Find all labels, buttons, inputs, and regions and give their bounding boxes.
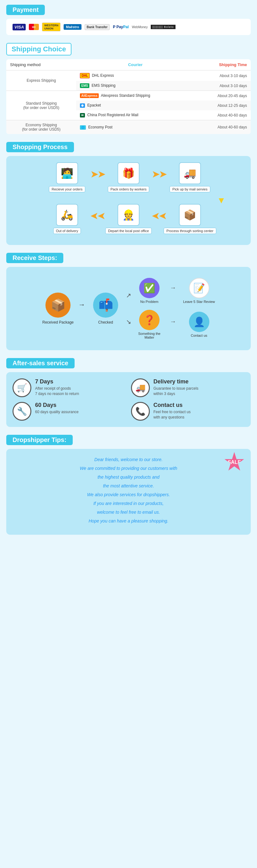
aliexpress-logo: AliExpress [80, 93, 99, 98]
after-sales-delivery: 🚚 Delivery time Guarantee to issue parce… [131, 378, 245, 397]
payment-title: Payment [6, 5, 45, 15]
after-sales-grid: 🛒 7 Days After receipt of goods 7 days n… [12, 378, 245, 421]
time-chinapost: About 40-60 days [194, 110, 251, 120]
7days-text: 7 Days After receipt of goods 7 days no … [35, 378, 79, 397]
courier-ems: EMS EMS Shipping [76, 81, 194, 91]
contact-us-text: Contact us Feel free to contact us with … [153, 402, 191, 420]
dropshipper-line-4: the most attentive service. [16, 482, 241, 490]
maestro-icon: Maêstro [64, 24, 81, 30]
pickup-label: Pick up by mail servies [170, 186, 210, 192]
sorting-icon: 📦 [179, 204, 201, 226]
arrow-left-2: ➤➤ [152, 211, 166, 221]
dropshipper-line-2: We are committed to providing our custom… [16, 464, 241, 473]
checked-label: Checked [98, 320, 113, 324]
process-step-sorting: 📦 Process through sorting center [170, 204, 210, 234]
arrow-left-1: ➤➤ [91, 211, 105, 221]
dhl-logo: DHL [80, 73, 90, 78]
time-epacket: About 12-25 days [194, 100, 251, 110]
chinapost-logo: ✉ [80, 113, 85, 118]
process-row-1: 🧑‍💻 Recieve your orders ➤➤ 🎁 Pack orders… [12, 162, 245, 192]
contact-us-title: Contact us [153, 402, 191, 408]
delivery-label: Out of delivery [53, 228, 81, 234]
westernunion-icon: WESTERNUNION [42, 23, 60, 31]
table-row: Standard Shipping(for order over USD5) A… [6, 91, 251, 101]
process-step-depart: 👷 Depart the local post office [108, 204, 149, 234]
time-economy: About 40-60 days [194, 120, 251, 134]
matter-icon: ❓ [139, 310, 160, 330]
dropshipper-line-5: We also provide services for dropshipper… [16, 490, 241, 499]
dropshipper-title: Dropshipper Tips: [6, 435, 73, 445]
delivery-time-desc: Guarantee to issue parcels within 3 days [153, 386, 198, 397]
epacket-logo: ⬢ [80, 103, 85, 108]
dropshipper-line-8: Hope you can have a pleasure shopping. [16, 517, 241, 525]
process-row-2: 🛵 Out of delivery ➤➤ 👷 Depart the local … [12, 204, 245, 234]
ems-logo: EMS [80, 83, 89, 88]
boleto-icon: |||||||||| Boleto [151, 25, 175, 29]
branch-row-top: ✅ No Problem → 📝 Leave 5 Star Review [135, 278, 216, 304]
no-problem-step: ✅ No Problem [135, 278, 164, 304]
process-step-delivery: 🛵 Out of delivery [47, 204, 87, 234]
dropshipper-line-3: the highest quality products and [16, 473, 241, 482]
five-star-step: 📝 Leave 5 Star Review [182, 278, 216, 304]
receive-box: 📦 Received Package → 📫 Checked ↗ ↘ ✅ [6, 267, 251, 350]
courier-dhl: DHL DHL Express [76, 70, 194, 81]
bank-transfer-icon: Bank Transfer [85, 24, 110, 30]
contact-label: Contact us [191, 334, 207, 337]
courier-chinapost: ✉ China Post Registered Air Mail [76, 110, 194, 120]
after-sales-section: After-sales service 🛒 7 Days After recei… [0, 356, 257, 433]
process-step-pack: 🎁 Pack orders by workers [108, 162, 149, 192]
delivery-time-title: Delivery time [153, 378, 198, 385]
time-ali: About 20-45 days [194, 91, 251, 101]
courier-epacket: ⬢ Epacket [76, 100, 194, 110]
visa-icon: VISA [12, 24, 26, 30]
60days-desc: 60 days quality assurance [35, 409, 79, 415]
method-economy: Economy Shipping(for order under USD5) [6, 120, 76, 134]
dropshipper-section: Dropshipper Tips: SALE Dear friends, wel… [0, 433, 257, 544]
7days-desc: After receipt of goods 7 days no reason … [35, 386, 79, 397]
7days-icon: 🛒 [12, 378, 31, 397]
method-standard: Standard Shipping(for order over USD5) [6, 91, 76, 120]
matter-step: ❓ Something the Matter [135, 310, 164, 339]
shipping-section: Shipping Choice Shipping method Courier … [0, 41, 257, 140]
payment-section: Payment VISA MC WESTERNUNION Maêstro Ban… [0, 0, 257, 41]
dropshipper-line-7: welcome to feel free to email us. [16, 508, 241, 517]
webmoney-icon: WebMoney [132, 25, 148, 29]
sorting-label: Process through sorting center [164, 228, 216, 234]
dropshipper-box: SALE Dear friends, welcome to our store.… [6, 449, 251, 535]
receive-steps-section: Receive Steps: 📦 Received Package → 📫 Ch… [0, 251, 257, 356]
shipping-header-method: Shipping method [6, 59, 76, 70]
60days-icon: 🔧 [12, 402, 31, 421]
five-star-label: Leave 5 Star Review [183, 300, 215, 304]
7days-title: 7 Days [35, 378, 79, 385]
courier-ali: AliExpress Aliexpress Standard Shipping [76, 91, 194, 101]
receive-step-checked: 📫 Checked [88, 292, 123, 324]
process-step-pickup: 🚚 Pick up by mail servies [170, 162, 210, 192]
branch-steps: ✅ No Problem → 📝 Leave 5 Star Review ❓ S… [135, 278, 216, 339]
method-express: Express Shipping [6, 70, 76, 91]
no-problem-icon: ✅ [139, 278, 160, 298]
branch-arrows: ↗ ↘ [126, 291, 131, 326]
after-sales-contact: 📞 Contact us Feel free to contact us wit… [131, 402, 245, 421]
pack-label: Pack orders by workers [108, 186, 149, 192]
receive-title: Receive Steps: [6, 253, 63, 263]
arrow-receive-1: → [78, 301, 85, 309]
matter-label: Something the Matter [135, 332, 164, 339]
after-sales-title: After-sales service [6, 358, 75, 368]
after-sales-box: 🛒 7 Days After receipt of goods 7 days n… [6, 372, 251, 427]
branch-row-bottom: ❓ Something the Matter → 👤 Contact us [135, 310, 216, 339]
checked-icon: 📫 [93, 292, 118, 318]
60days-text: 60 Days 60 days quality assurance [35, 402, 79, 415]
process-box: 🧑‍💻 Recieve your orders ➤➤ 🎁 Pack orders… [6, 156, 251, 245]
contact-us-desc: Feel free to contact us with any questio… [153, 409, 191, 420]
pack-icon: 🎁 [117, 162, 140, 184]
pickup-icon: 🚚 [179, 162, 201, 184]
paypal-icon: P PayPal [113, 25, 129, 29]
receive-step-package: 📦 Received Package [41, 292, 75, 324]
delivery-icon: 🛵 [56, 204, 78, 226]
courier-economy: 🌐 Economy Post [76, 120, 194, 134]
process-title: Shopping Process [6, 142, 74, 152]
time-dhl: About 3-10 days [194, 70, 251, 81]
dropshipper-line-1: Dear friends, welcome to our store. [16, 455, 241, 464]
package-label: Received Package [42, 320, 74, 324]
delivery-time-icon: 🚚 [131, 378, 150, 397]
